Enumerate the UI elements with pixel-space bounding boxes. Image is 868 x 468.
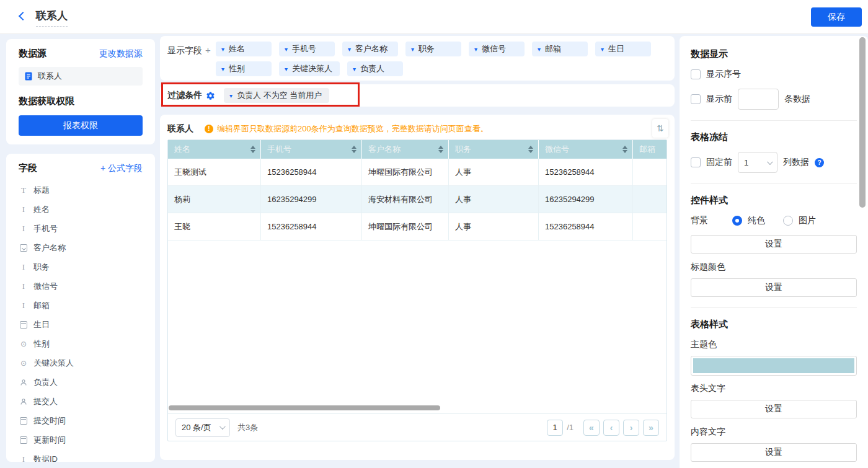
filter-label: 过滤条件: [167, 90, 202, 101]
horizontal-scrollbar[interactable]: [169, 405, 440, 410]
chevron-down-icon: ▾: [285, 46, 288, 53]
back-icon[interactable]: [17, 11, 29, 22]
show-first-label: 显示前: [706, 94, 732, 105]
sort-icon[interactable]: [250, 146, 255, 153]
fix-first-label: 固定前: [706, 157, 732, 168]
field-chip-email[interactable]: ▾邮箱: [532, 42, 588, 56]
datasource-name: 联系人: [38, 71, 62, 82]
background-set-button[interactable]: 设置: [691, 235, 857, 254]
field-chip-birthday[interactable]: ▾生日: [595, 42, 651, 56]
show-index-checkbox[interactable]: [691, 69, 701, 79]
page-title: 联系人: [36, 9, 68, 27]
page-body: 数据源 更改数据源 联系人 数据获取权限 报表权限 字段 + 公式字段 T标题 …: [0, 34, 868, 468]
table-freeze-title: 表格冻结: [691, 131, 857, 143]
field-chip-key-decision-maker[interactable]: ▾关键决策人: [279, 61, 340, 76]
select-field-icon: [20, 244, 27, 252]
next-page-button[interactable]: ›: [623, 420, 639, 436]
theme-color-swatch-fill: [693, 358, 854, 373]
fix-columns-checkbox[interactable]: [691, 157, 701, 167]
field-item-customer-name[interactable]: 客户名称: [19, 238, 143, 257]
sort-icon[interactable]: [528, 146, 533, 153]
field-chip-gender[interactable]: ▾性别: [216, 61, 272, 76]
field-item-birthday[interactable]: 生日: [19, 315, 143, 334]
fields-title: 字段: [19, 162, 37, 174]
chevron-down-icon: ▾: [221, 66, 224, 73]
field-item-position[interactable]: I职务: [19, 257, 143, 276]
field-item-wechat[interactable]: I微信号: [19, 276, 143, 296]
sort-order-icon[interactable]: ⇅: [652, 119, 668, 138]
field-chip-phone[interactable]: ▾手机号: [279, 42, 335, 56]
theme-color-label: 主题色: [691, 339, 857, 350]
chevron-down-icon: ▾: [353, 66, 356, 73]
field-item-owner[interactable]: 负责人: [19, 373, 143, 392]
chevron-down-icon: ▾: [348, 46, 351, 53]
page-size-select[interactable]: 20 条/页: [175, 418, 230, 437]
field-item-update-time[interactable]: 更新时间: [19, 430, 143, 449]
field-item-title[interactable]: T标题: [19, 180, 143, 200]
show-first-count-input[interactable]: [738, 89, 779, 110]
chevron-down-icon: ▾: [229, 92, 232, 99]
settings-panel: 数据显示 显示序号 显示前 条数据 表格冻结 固定前 1 列数据: [680, 36, 868, 468]
title-color-label: 标题颜色: [691, 262, 857, 273]
help-icon[interactable]: ?: [815, 158, 824, 167]
field-item-data-id[interactable]: I数据ID: [19, 449, 143, 462]
preview-title: 联系人: [167, 123, 193, 135]
sort-icon[interactable]: [352, 146, 356, 153]
data-display-title: 数据显示: [691, 48, 857, 60]
chevron-down-icon: ▾: [474, 46, 477, 53]
add-formula-field-link[interactable]: + 公式字段: [100, 163, 143, 174]
datasource-item[interactable]: 联系人: [19, 67, 143, 86]
save-button[interactable]: 保存: [811, 7, 862, 27]
title-color-set-button[interactable]: 设置: [691, 278, 857, 297]
total-count-text: 共3条: [237, 422, 258, 433]
filter-condition-chip[interactable]: ▾负责人 不为空 当前用户: [224, 88, 329, 103]
field-chip-name[interactable]: ▾姓名: [216, 42, 272, 56]
field-chip-wechat[interactable]: ▾微信号: [469, 42, 525, 56]
image-label: 图片: [799, 215, 816, 226]
text-field-icon: I: [20, 456, 27, 462]
field-item-name[interactable]: I姓名: [19, 200, 143, 219]
field-item-gender[interactable]: ⊙性别: [19, 334, 143, 353]
change-datasource-link[interactable]: 更改数据源: [99, 48, 143, 60]
last-page-button[interactable]: »: [643, 420, 659, 436]
add-display-field-button[interactable]: +: [205, 45, 211, 55]
field-chip-owner[interactable]: ▾负责人: [347, 61, 403, 76]
datasource-panel: 数据源 更改数据源 联系人 数据获取权限 报表权限: [6, 39, 155, 144]
document-icon: [24, 72, 33, 81]
field-item-email[interactable]: I邮箱: [19, 296, 143, 315]
content-text-set-button[interactable]: 设置: [691, 443, 857, 462]
top-bar: 联系人 保存: [0, 0, 868, 34]
fix-suffix-label: 列数据: [783, 157, 809, 168]
gear-icon[interactable]: [206, 91, 215, 100]
table-header-row: 姓名 手机号 客户名称 职务 微信号 邮箱: [168, 140, 666, 159]
show-first-checkbox[interactable]: [691, 94, 701, 104]
current-page-input[interactable]: 1: [547, 420, 563, 436]
prev-page-button[interactable]: ‹: [603, 420, 619, 436]
first-page-button[interactable]: «: [583, 420, 600, 436]
display-field-chips: ▾姓名 ▾手机号 ▾客户名称 ▾职务 ▾微信号 ▾邮箱 ▾生日 ▾性别 ▾关键决…: [216, 42, 667, 75]
fix-columns-select[interactable]: 1: [738, 152, 777, 173]
field-item-phone[interactable]: I手机号: [19, 219, 143, 238]
header-text-set-button[interactable]: 设置: [691, 400, 857, 418]
field-chip-customer-name[interactable]: ▾客户名称: [342, 42, 398, 56]
vertical-scrollbar[interactable]: [859, 37, 866, 208]
field-list: T标题 I姓名 I手机号 客户名称 I职务 I微信号 I邮箱 生日 ⊙性别 ⊙关…: [19, 180, 143, 462]
calendar-field-icon: [20, 417, 27, 425]
field-item-submit-time[interactable]: 提交时间: [19, 411, 143, 430]
field-item-key-decision-maker[interactable]: ⊙关键决策人: [19, 353, 143, 373]
table-row: 王晓测试 15236258944 坤曜国际有限公司 人事 15236258944: [168, 159, 666, 186]
sort-icon[interactable]: [438, 146, 443, 153]
report-permission-button[interactable]: 报表权限: [19, 115, 143, 136]
show-first-suffix: 条数据: [784, 94, 810, 105]
sort-icon[interactable]: [622, 146, 627, 153]
field-item-submitter[interactable]: 提交人: [19, 392, 143, 411]
theme-color-picker[interactable]: [691, 356, 857, 376]
text-field-icon: I: [20, 302, 27, 309]
field-chip-position[interactable]: ▾职务: [405, 42, 461, 56]
image-radio[interactable]: [783, 216, 793, 226]
text-field-icon: I: [20, 206, 27, 213]
chevron-down-icon: ▾: [601, 46, 604, 53]
widget-style-title: 控件样式: [691, 195, 857, 206]
fields-panel: 字段 + 公式字段 T标题 I姓名 I手机号 客户名称 I职务 I微信号 I邮箱…: [6, 154, 155, 462]
solid-color-radio[interactable]: [732, 216, 742, 226]
